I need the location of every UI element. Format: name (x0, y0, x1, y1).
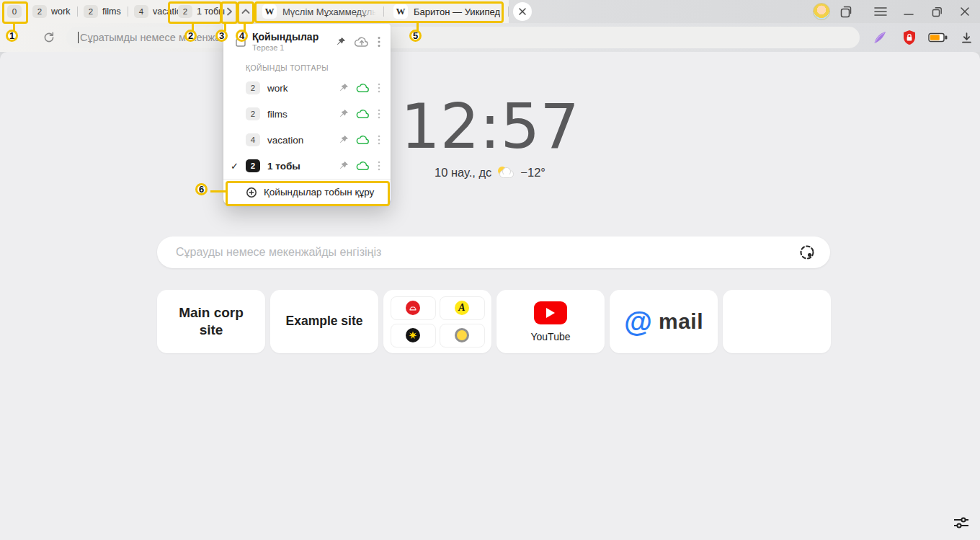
close-icon (518, 7, 527, 16)
tile-empty[interactable] (723, 290, 831, 353)
minimize-icon (904, 6, 914, 17)
download-icon (961, 32, 973, 44)
gray-yellow-blob-favicon (455, 328, 469, 342)
tile-youtube[interactable]: YouTube (496, 290, 605, 353)
close-tab-button[interactable] (513, 2, 532, 21)
youtube-play-icon (534, 301, 567, 324)
sliders-icon (953, 515, 970, 530)
image-search-icon[interactable] (798, 244, 816, 261)
pin-icon[interactable] (339, 83, 349, 93)
cloud-sync-icon[interactable] (356, 161, 370, 171)
tab-bariton-wikipedia[interactable]: W Баритон — Уикипедия (388, 0, 506, 23)
create-tab-group-label: Қойындылар тобын құру (264, 187, 374, 198)
browser-window: 0 2 work 2 films 4 vacation 2 1 тобы W М… (0, 0, 980, 540)
tab-group-count-badge: 0 (7, 5, 22, 18)
tab-title: Мүслім Мұхаммедұлы Ма (282, 6, 376, 17)
group-label: vacation (267, 135, 339, 146)
tab-strip: 0 2 work 2 films 4 vacation 2 1 тобы W М… (0, 0, 980, 23)
mail-at-icon: @ (624, 307, 652, 336)
tab-groups-panel-toggle-button[interactable] (237, 3, 254, 20)
chevron-up-icon (240, 6, 251, 17)
tab-group-count-badge: 2 (178, 5, 192, 18)
group-row-work[interactable]: 2 work (223, 75, 391, 101)
tile-label: mail (659, 309, 703, 334)
tile-label: Example site (280, 314, 369, 329)
kebab-menu-icon[interactable] (378, 161, 380, 171)
mini-tile-carsharing[interactable] (391, 296, 436, 320)
date-weather-row[interactable]: 10 нау., дс −12° (0, 166, 980, 180)
tab-group-chip-films[interactable]: 2 films (84, 5, 121, 18)
dropdown-header[interactable]: Қойындылар Терезе 1 (223, 24, 391, 58)
browser-menu-button[interactable] (874, 3, 887, 20)
address-bar-input[interactable]: Сұратымды немесе мекенжайды енгізіңіз (66, 27, 860, 48)
hamburger-menu-icon (874, 6, 887, 17)
reload-button[interactable] (39, 27, 59, 48)
group-row-vacation[interactable]: 4 vacation (223, 127, 391, 153)
wikipedia-favicon: W (393, 4, 408, 19)
yellow-a-favicon: A (455, 301, 469, 315)
mini-tile-a-site[interactable]: A (440, 296, 485, 320)
kebab-menu-icon[interactable] (378, 109, 380, 119)
group-row-films[interactable]: 2 films (223, 101, 391, 127)
chevron-right-icon (223, 6, 235, 17)
tab-title-fade (357, 6, 376, 17)
group-label: films (267, 109, 339, 120)
side-panel-button[interactable] (839, 3, 853, 20)
editor-extension-button[interactable] (870, 27, 890, 48)
tab-group-chip-ungrouped[interactable]: 0 (7, 5, 22, 18)
minimize-window-button[interactable] (904, 3, 914, 20)
group-count-badge: 2 (246, 81, 260, 94)
tab-group-count-badge: 2 (32, 5, 47, 18)
sun-cloud-weather-icon (496, 167, 515, 180)
pin-icon[interactable] (339, 135, 349, 145)
group-label: 1 тобы (267, 161, 339, 172)
kebab-menu-icon[interactable] (378, 83, 380, 93)
protect-extension-button[interactable] (899, 27, 919, 48)
dropdown-section-label: ҚОЙЫНДЫ ТОПТАРЫ (246, 63, 380, 72)
tab-group-chip-work[interactable]: 2 work (32, 5, 70, 18)
dropdown-subtitle: Терезе 1 (252, 43, 330, 52)
new-tab-page: 12:57 10 нау., дс −12° Сұрауды немесе ме… (0, 52, 980, 540)
cloud-sync-icon[interactable] (356, 109, 370, 119)
cloud-upload-icon[interactable] (354, 36, 370, 48)
tab-group-chip-1toby[interactable]: 2 1 тобы (178, 5, 225, 18)
profile-avatar[interactable] (813, 3, 830, 20)
mini-tile-burst-site[interactable] (391, 324, 436, 348)
kebab-menu-icon[interactable] (378, 36, 380, 48)
tab-muslim-muhameduly[interactable]: W Мүслім Мұхаммедұлы Ма (257, 0, 382, 23)
group-row-1toby-selected[interactable]: ✓ 2 1 тобы (223, 153, 391, 179)
tile-mail[interactable]: @ mail (610, 290, 718, 353)
group-count-badge: 2 (246, 159, 260, 172)
downloads-button[interactable] (956, 27, 976, 48)
tile-example-site[interactable]: Example site (270, 290, 378, 353)
search-input[interactable]: Сұрауды немесе мекенжайды енгізіңіз (157, 236, 830, 268)
battery-extension-button[interactable] (927, 27, 948, 48)
mini-tile-blob-site[interactable] (440, 324, 485, 348)
cloud-sync-icon[interactable] (356, 135, 370, 145)
red-shield-lock-icon (902, 30, 917, 45)
tab-group-label: work (51, 6, 70, 17)
tab-group-count-badge: 4 (134, 5, 148, 18)
text-caret (78, 32, 79, 43)
tab-title: Баритон — Уикипедия (414, 6, 500, 17)
tile-main-corp-site[interactable]: Main corp site (157, 290, 265, 353)
kebab-menu-icon[interactable] (378, 135, 380, 145)
pin-icon[interactable] (336, 37, 346, 47)
purple-feather-icon (872, 30, 888, 45)
add-group-icon (246, 187, 257, 198)
tile-favorites-folder[interactable]: A (383, 290, 491, 353)
cloud-sync-icon[interactable] (356, 83, 370, 93)
pin-icon[interactable] (339, 161, 349, 171)
group-label: work (267, 83, 339, 94)
restore-window-button[interactable] (932, 3, 943, 20)
group-count-badge: 2 (246, 107, 260, 120)
pin-icon[interactable] (339, 109, 349, 119)
background-settings-button[interactable] (953, 515, 970, 533)
tabs-window-icon (235, 36, 246, 48)
favicon-grid: A (391, 296, 485, 348)
create-tab-group-button[interactable]: Қойындылар тобын құру (223, 179, 391, 205)
tab-group-count-badge: 2 (84, 5, 98, 18)
tab-groups-overflow-button[interactable] (220, 3, 238, 20)
close-window-button[interactable] (960, 3, 970, 20)
tab-separator (383, 6, 384, 17)
